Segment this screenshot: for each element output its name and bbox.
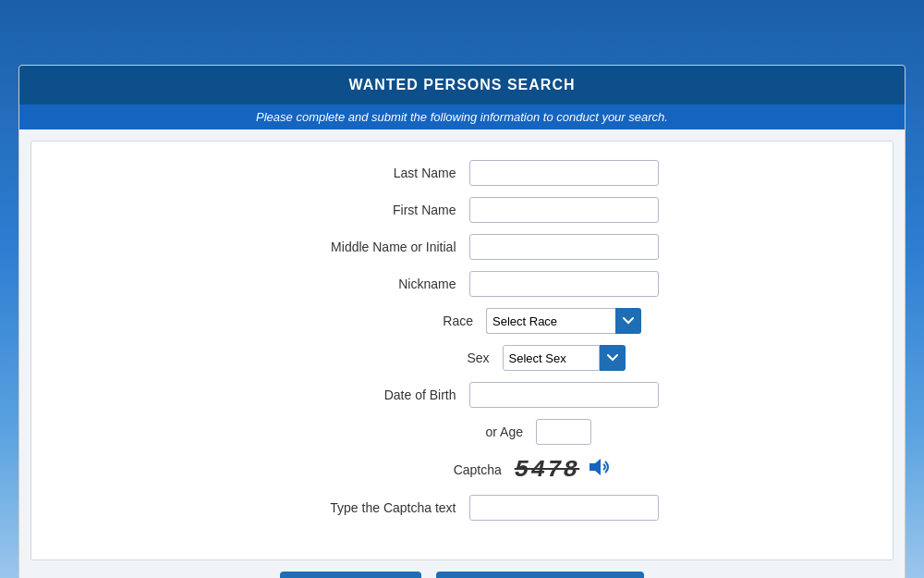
dob-input[interactable]	[469, 382, 659, 408]
speaker-icon	[589, 457, 613, 477]
form-body: Last Name First Name Middle Name or Init…	[30, 141, 894, 560]
sex-select-wrapper: Select Sex Male Female	[503, 345, 626, 371]
form-title: WANTED PERSONS SEARCH	[19, 66, 905, 105]
age-row: or Age	[50, 419, 874, 445]
first-name-label: First Name	[266, 203, 469, 217]
middle-name-input[interactable]	[469, 234, 659, 260]
middle-name-label: Middle Name or Initial	[266, 240, 469, 254]
race-select[interactable]: Select Race White Black Hispanic Asian N…	[486, 308, 615, 334]
form-footer: Help Submit Search	[30, 572, 894, 578]
audio-icon[interactable]	[589, 457, 613, 483]
last-name-row: Last Name	[50, 160, 874, 186]
first-name-input[interactable]	[469, 197, 659, 223]
last-name-input[interactable]	[469, 160, 659, 186]
race-label: Race	[283, 314, 486, 328]
form-subtitle: Please complete and submit the following…	[19, 105, 905, 129]
captcha-text-input[interactable]	[469, 495, 659, 521]
sex-row: Sex Select Sex Male Female	[50, 345, 874, 371]
help-button[interactable]: Help	[280, 572, 421, 578]
captcha-row: Captcha 5478	[50, 456, 874, 484]
sex-dropdown-button[interactable]	[600, 345, 626, 371]
captcha-image: 5478	[515, 456, 579, 484]
sex-label: Sex	[299, 350, 503, 365]
captcha-text-label: Type the Captcha text	[266, 500, 469, 515]
nickname-label: Nickname	[266, 277, 469, 291]
dob-row: Date of Birth	[50, 382, 874, 408]
middle-name-row: Middle Name or Initial	[50, 234, 874, 260]
chevron-down-icon	[607, 354, 618, 362]
main-container: WANTED PERSONS SEARCH Please complete an…	[18, 65, 906, 578]
submit-button[interactable]: Submit Search	[436, 572, 644, 578]
first-name-row: First Name	[50, 197, 874, 223]
chevron-down-icon	[623, 317, 634, 325]
captcha-area: 5478	[515, 456, 613, 484]
last-name-label: Last Name	[266, 166, 469, 180]
sex-select[interactable]: Select Sex Male Female	[503, 345, 600, 371]
dob-label: Date of Birth	[266, 387, 469, 402]
svg-marker-0	[590, 459, 601, 475]
race-row: Race Select Race White Black Hispanic As…	[50, 308, 874, 334]
nickname-input[interactable]	[469, 271, 659, 297]
age-label: or Age	[333, 424, 536, 439]
nickname-row: Nickname	[50, 271, 874, 297]
race-select-wrapper: Select Race White Black Hispanic Asian N…	[486, 308, 641, 334]
age-input[interactable]	[536, 419, 591, 445]
captcha-label: Captcha	[311, 462, 515, 477]
race-dropdown-button[interactable]	[615, 308, 641, 334]
captcha-text-row: Type the Captcha text	[50, 495, 874, 521]
